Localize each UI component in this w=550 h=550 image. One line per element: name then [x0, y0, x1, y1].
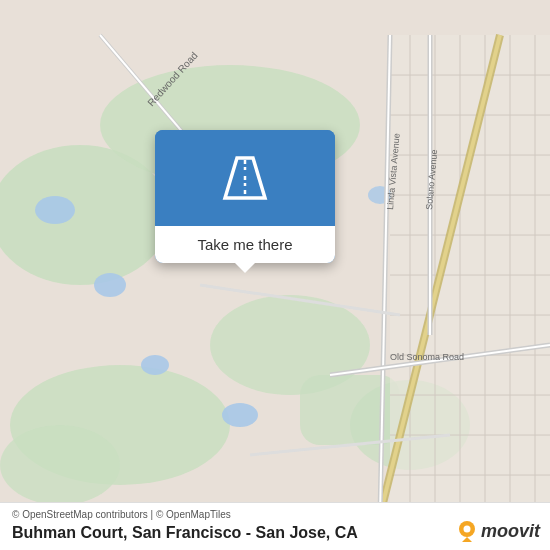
take-me-there-button[interactable]: Take me there	[155, 226, 335, 263]
bottom-bar: © OpenStreetMap contributors | © OpenMap…	[0, 502, 550, 550]
popup-icon-area	[155, 130, 335, 226]
moovit-brand-text: moovit	[481, 521, 540, 542]
svg-point-7	[35, 196, 75, 224]
svg-point-9	[141, 355, 169, 375]
svg-point-10	[222, 403, 258, 427]
map-container: Redwood Road Linda Vista Avenue Solano A…	[0, 0, 550, 550]
moovit-pin-icon	[456, 520, 478, 542]
svg-text:Old Sonoma Road: Old Sonoma Road	[390, 352, 464, 362]
svg-point-50	[463, 526, 470, 533]
popup-card: Take me there	[155, 130, 335, 263]
svg-point-5	[0, 425, 120, 505]
svg-point-8	[94, 273, 126, 297]
road-icon	[215, 148, 275, 212]
map-roads-svg: Redwood Road Linda Vista Avenue Solano A…	[0, 0, 550, 550]
moovit-logo: moovit	[456, 520, 540, 542]
map-attribution: © OpenStreetMap contributors | © OpenMap…	[12, 509, 538, 520]
